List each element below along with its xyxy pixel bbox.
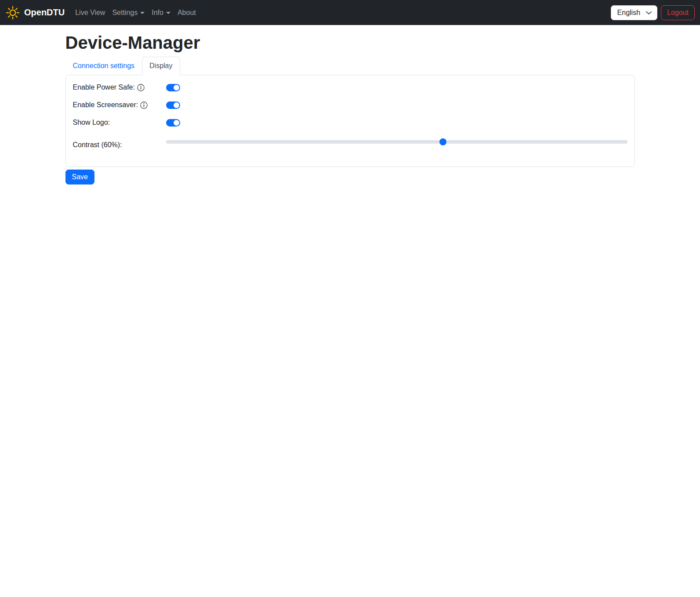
- setting-label: Contrast (60%):: [73, 140, 122, 150]
- info-icon[interactable]: [137, 84, 145, 91]
- nav-item-label: About: [178, 9, 196, 17]
- toggle-knob: [174, 102, 179, 108]
- setting-row-show-logo: Show Logo:: [73, 117, 627, 128]
- language-select[interactable]: English: [611, 5, 657, 20]
- setting-label-group: Enable Power Safe:: [73, 82, 166, 93]
- setting-label: Enable Screensaver:: [73, 100, 138, 110]
- display-settings-card: Enable Power Safe: Enable Screensaver:: [65, 75, 635, 167]
- brand-label: OpenDTU: [24, 7, 65, 18]
- nav-item-about[interactable]: About: [174, 5, 199, 20]
- nav-item-info[interactable]: Info: [148, 5, 174, 20]
- toggle-knob: [174, 85, 179, 90]
- toggle-enable-screensaver[interactable]: [166, 101, 180, 109]
- setting-label-group: Contrast (60%):: [73, 135, 166, 150]
- setting-label-group: Show Logo:: [73, 117, 166, 128]
- nav-item-live-view[interactable]: Live View: [72, 5, 109, 20]
- navbar-right: English Logout: [611, 5, 695, 20]
- chevron-down-icon: [166, 12, 170, 14]
- brand-link[interactable]: OpenDTU: [5, 5, 65, 20]
- page-title: Device-Manager: [65, 32, 635, 53]
- slider-track: [166, 140, 627, 144]
- tab-connection-settings[interactable]: Connection settings: [65, 57, 142, 75]
- setting-control: [166, 119, 627, 127]
- toggle-enable-power-safe[interactable]: [166, 84, 180, 91]
- toggle-show-logo[interactable]: [166, 119, 180, 127]
- chevron-down-icon: [140, 12, 145, 14]
- info-icon[interactable]: [140, 101, 148, 109]
- tab-bar: Connection settings Display: [65, 57, 635, 75]
- setting-label-group: Enable Screensaver:: [73, 100, 166, 110]
- tab-display[interactable]: Display: [142, 57, 180, 75]
- nav-item-label: Info: [152, 9, 163, 17]
- nav-item-label: Live View: [75, 9, 105, 17]
- setting-control: [166, 84, 627, 91]
- setting-label: Show Logo:: [73, 117, 110, 128]
- contrast-slider-thumb[interactable]: [439, 138, 446, 145]
- setting-control: [166, 101, 627, 109]
- setting-label: Enable Power Safe:: [73, 82, 135, 93]
- setting-control: [166, 135, 627, 147]
- language-selected-value: English: [617, 9, 640, 16]
- toggle-knob: [174, 120, 179, 126]
- nav-item-label: Settings: [112, 9, 138, 17]
- setting-row-screensaver: Enable Screensaver:: [73, 100, 627, 110]
- save-button[interactable]: Save: [65, 170, 94, 185]
- nav-item-settings[interactable]: Settings: [109, 5, 148, 20]
- main-content: Device-Manager Connection settings Displ…: [60, 32, 640, 185]
- logout-button[interactable]: Logout: [661, 5, 695, 20]
- chevron-down-icon: [646, 9, 652, 16]
- setting-row-power-safe: Enable Power Safe:: [73, 82, 627, 93]
- navbar-left: OpenDTU Live View Settings Info About: [5, 5, 199, 20]
- setting-row-contrast: Contrast (60%):: [73, 135, 627, 152]
- sun-icon: [5, 5, 20, 20]
- contrast-slider[interactable]: [166, 137, 627, 147]
- navbar: OpenDTU Live View Settings Info About En…: [0, 0, 700, 25]
